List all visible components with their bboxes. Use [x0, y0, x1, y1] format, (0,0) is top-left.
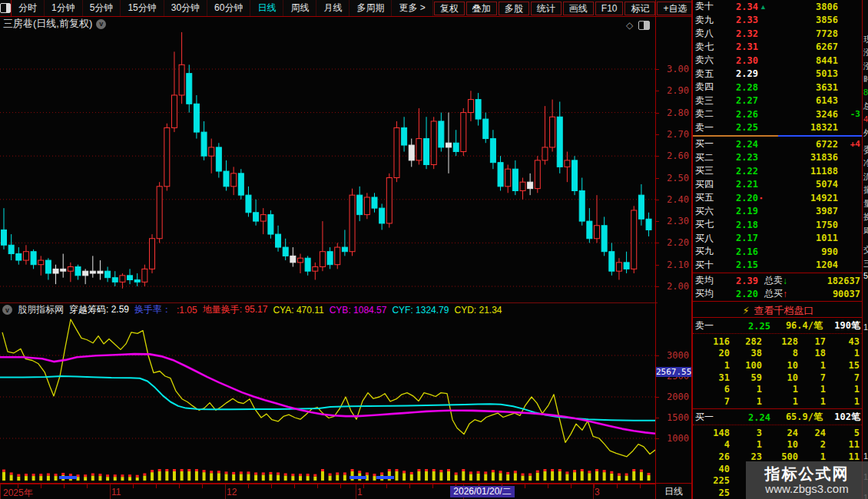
buy-level-row[interactable]: 买六2.193987: [693, 205, 863, 219]
level-price: 2.30: [721, 55, 758, 66]
date-tick: [248, 484, 249, 488]
buy-level-row[interactable]: 买十2.151204: [693, 259, 863, 273]
divider: [693, 408, 863, 409]
tab-week[interactable]: 周线: [283, 0, 316, 16]
candle: [446, 113, 452, 173]
queue-cell: 5: [826, 428, 860, 438]
tab-5min[interactable]: 5分钟: [83, 0, 121, 16]
overlay-button[interactable]: 叠加: [466, 2, 497, 15]
indicator-axis-label: 3000: [667, 350, 689, 361]
level-label: 卖一: [693, 121, 721, 134]
indicator-chart[interactable]: [0, 316, 655, 468]
candle: [53, 265, 58, 284]
stats-button[interactable]: 统计: [531, 2, 562, 15]
level-volume: 3631: [769, 82, 838, 93]
fuquan-button[interactable]: 复权: [434, 2, 465, 15]
tab-month[interactable]: 月线: [316, 0, 350, 16]
level-price: 2.31: [721, 41, 758, 52]
candle: [616, 258, 621, 279]
mark-button[interactable]: 标记: [624, 2, 655, 15]
level-price: 2.33: [721, 15, 758, 25]
total-volume: 90037: [787, 289, 863, 299]
level-label: 卖三: [693, 94, 721, 107]
queue-cell: 40: [693, 464, 730, 474]
queue-cell: 116: [693, 336, 730, 347]
window-split-icon[interactable]: [0, 0, 12, 16]
f10-button[interactable]: F10: [595, 2, 624, 15]
sell-level-row[interactable]: 卖五2.295013: [693, 68, 863, 81]
sell-level-row[interactable]: 卖十2.34▲3806: [693, 0, 863, 14]
buy-level-row[interactable]: 买二2.2331836: [693, 151, 863, 165]
chevron-down-icon[interactable]: v: [96, 19, 106, 29]
sell-level-row[interactable]: 卖九2.333856: [693, 14, 863, 28]
level-label: 买六: [693, 205, 721, 218]
view-thousand-levels-button[interactable]: ⚡查看千档盘口: [693, 304, 863, 318]
candle: [313, 263, 318, 280]
tab-30min[interactable]: 30分钟: [164, 0, 207, 16]
candle: [260, 208, 266, 234]
level-label: 买二: [693, 151, 721, 164]
buy-level-row[interactable]: 买一2.246722+4: [693, 137, 863, 151]
avg-label: 卖均: [693, 274, 721, 287]
candle: [609, 243, 615, 275]
date-axis[interactable]: 2025年1112132026/01/20/二: [0, 484, 655, 499]
sell-level-row[interactable]: 卖六2.308441: [693, 54, 863, 68]
candle: [327, 247, 333, 269]
price-axis-label: 2.90: [667, 85, 689, 96]
diamond-icon[interactable]: ◇: [626, 20, 633, 31]
candlestick-chart[interactable]: [0, 31, 655, 302]
level-label: 买十: [693, 259, 721, 272]
indicator-chevron-icon[interactable]: v: [2, 305, 12, 315]
queue-cell: 11: [826, 451, 860, 462]
queue-cell: 1: [730, 396, 762, 407]
multi-stock-button[interactable]: 多股: [499, 2, 529, 15]
date-label: 2025年: [3, 487, 33, 499]
date-label: 1: [357, 487, 363, 497]
cursor-date-badge: 2026/01/20/二: [450, 486, 515, 497]
axis-tick: [656, 243, 659, 243]
sell-level-row[interactable]: 卖二2.263246-3: [693, 107, 863, 121]
sell-level-row[interactable]: 卖八2.327728: [693, 27, 863, 41]
tab-multi-period[interactable]: 多周期: [350, 0, 392, 16]
axis-tick: [656, 178, 659, 179]
total-label: 总买: [764, 287, 783, 300]
clipped-text: 则: [863, 225, 868, 236]
level-price: 2.21: [721, 179, 758, 190]
buy-level-row[interactable]: 买四2.215074: [693, 178, 863, 192]
sell-level-row[interactable]: 卖四2.283631: [693, 81, 863, 94]
queue-cell: 282: [730, 336, 762, 347]
buy-level-row[interactable]: 买八2.171011: [693, 232, 863, 246]
candle: [579, 178, 585, 226]
chart-title: 三房巷(日线,前复权): [3, 17, 92, 31]
date-tick: [271, 484, 272, 488]
queue-cell: 10: [762, 360, 798, 371]
candle: [490, 130, 495, 169]
sell-level-row[interactable]: 卖七2.316267: [693, 41, 863, 55]
tab-fenshi[interactable]: 分时: [12, 0, 45, 16]
volume-blue-marker: [376, 476, 394, 479]
buy-level-row[interactable]: 买五2.20▪14921: [693, 191, 863, 205]
buy-level-row[interactable]: 买九2.16990: [693, 245, 863, 259]
tab-day[interactable]: 日线: [250, 0, 283, 16]
panel-layout-icon[interactable]: [638, 21, 650, 30]
tab-1min[interactable]: 1分钟: [45, 0, 83, 16]
candle: [475, 93, 481, 125]
level-label: 卖四: [693, 81, 721, 94]
queue-label: 买一: [693, 411, 724, 424]
candle: [394, 121, 399, 182]
buy-level-row[interactable]: 买三2.2211188: [693, 164, 863, 178]
tab-more[interactable]: 更多 >: [392, 0, 432, 16]
sell-level-row[interactable]: 卖三2.276143: [693, 94, 863, 108]
buy-level-row[interactable]: 买七2.181750: [693, 218, 863, 232]
tab-60min[interactable]: 60分钟: [207, 0, 250, 16]
axis-tick: [656, 134, 659, 135]
tab-15min[interactable]: 15分钟: [121, 0, 164, 16]
date-tick: [87, 484, 88, 488]
volume-strip: [0, 468, 655, 484]
date-tick: [640, 484, 641, 488]
order-book-panel: 卖十2.34▲3806卖九2.333856卖八2.327728卖七2.31626…: [691, 0, 863, 499]
draw-button[interactable]: 画线: [563, 2, 594, 15]
candle: [320, 221, 325, 271]
sell-level-row[interactable]: 卖一2.2518321: [693, 121, 863, 135]
indicator-value-0: 股朋指标网: [18, 303, 64, 316]
